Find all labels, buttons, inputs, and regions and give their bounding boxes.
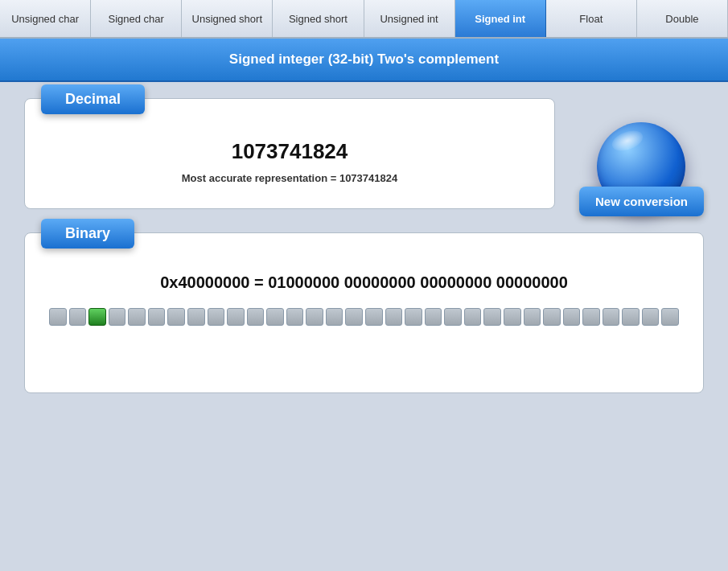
tab-signed-int[interactable]: Signed int xyxy=(455,0,546,37)
bit-cell-24[interactable] xyxy=(524,308,541,326)
header-banner: Signed integer (32-bit) Two's complement xyxy=(0,39,728,82)
bit-cell-13[interactable] xyxy=(306,308,323,326)
bit-cell-31[interactable] xyxy=(661,308,679,326)
tab-unsigned-char[interactable]: Unsigned char xyxy=(0,0,91,37)
tab-unsigned-int[interactable]: Unsigned int xyxy=(364,0,455,37)
tab-bar: Unsigned char Signed char Unsigned short… xyxy=(0,0,728,39)
binary-value: 0x40000000 = 01000000 00000000 00000000 … xyxy=(49,273,679,292)
bit-cell-4[interactable] xyxy=(128,308,146,326)
bit-cell-21[interactable] xyxy=(464,308,482,326)
bottom-section: Binary 0x40000000 = 01000000 00000000 00… xyxy=(0,232,728,409)
bit-cell-11[interactable] xyxy=(266,308,284,326)
tab-unsigned-short[interactable]: Unsigned short xyxy=(182,0,273,37)
tab-signed-char[interactable]: Signed char xyxy=(91,0,182,37)
tab-double[interactable]: Double xyxy=(637,0,728,37)
bit-cell-16[interactable] xyxy=(365,308,383,326)
main-content: Decimal 1073741824 Most accurate represe… xyxy=(0,82,728,232)
bit-cell-18[interactable] xyxy=(405,308,422,326)
binary-card: Binary 0x40000000 = 01000000 00000000 00… xyxy=(24,232,704,393)
bit-cell-2[interactable] xyxy=(88,308,106,326)
bit-cell-19[interactable] xyxy=(425,308,442,326)
bit-cell-5[interactable] xyxy=(148,308,166,326)
bit-cell-17[interactable] xyxy=(385,308,403,326)
new-conversion-button[interactable]: New conversion xyxy=(579,187,704,216)
bit-cell-1[interactable] xyxy=(69,308,87,326)
binary-label: Binary xyxy=(41,219,134,249)
bit-cell-23[interactable] xyxy=(504,308,521,326)
tab-signed-short[interactable]: Signed short xyxy=(273,0,364,37)
bit-grid xyxy=(49,308,679,326)
bit-cell-25[interactable] xyxy=(543,308,561,326)
bit-cell-22[interactable] xyxy=(483,308,501,326)
bit-cell-27[interactable] xyxy=(582,308,600,326)
bit-cell-20[interactable] xyxy=(444,308,462,326)
bit-cell-9[interactable] xyxy=(227,308,245,326)
decimal-card: Decimal 1073741824 Most accurate represe… xyxy=(24,98,555,209)
bit-cell-7[interactable] xyxy=(187,308,205,326)
new-conversion-container: New conversion xyxy=(579,98,704,216)
bit-cell-12[interactable] xyxy=(286,308,304,326)
bit-cell-26[interactable] xyxy=(563,308,581,326)
bit-cell-6[interactable] xyxy=(167,308,185,326)
bit-cell-10[interactable] xyxy=(247,308,265,326)
decimal-note: Most accurate representation = 107374182… xyxy=(49,172,530,184)
bit-cell-30[interactable] xyxy=(642,308,660,326)
bit-cell-29[interactable] xyxy=(622,308,640,326)
header-title: Signed integer (32-bit) Two's complement xyxy=(229,51,499,67)
bit-cell-0[interactable] xyxy=(49,308,67,326)
bit-cell-3[interactable] xyxy=(109,308,126,326)
tab-float[interactable]: Float xyxy=(546,0,637,37)
bit-cell-15[interactable] xyxy=(345,308,363,326)
bit-cell-14[interactable] xyxy=(326,308,343,326)
bit-cell-8[interactable] xyxy=(208,308,225,326)
decimal-label: Decimal xyxy=(41,84,145,114)
decimal-value: 1073741824 xyxy=(49,139,530,164)
bit-cell-28[interactable] xyxy=(603,308,620,326)
